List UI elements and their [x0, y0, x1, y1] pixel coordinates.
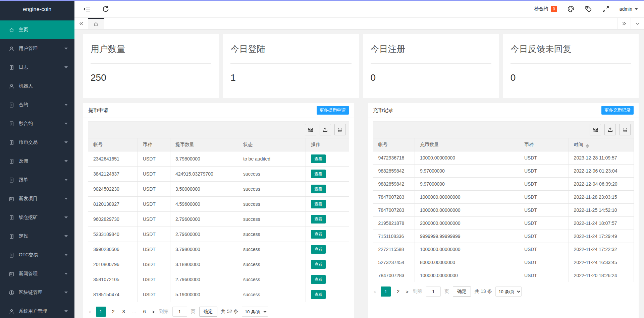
fullscreen-icon[interactable]	[602, 5, 609, 13]
sidebar-menu: 主页用户管理日志机器人合约秒合约币币交易反佣跟单新发项目锁仓挖矿定投OTC交易新…	[0, 18, 74, 318]
refresh-icon[interactable]	[102, 5, 109, 13]
cell-amount: 3.79800000	[170, 151, 238, 167]
cell-time: 2022-11-20 18:26:24	[569, 269, 634, 282]
columns-filter-button[interactable]	[305, 124, 316, 135]
per-page-select[interactable]: 10 条/页	[495, 287, 522, 297]
column-header-coin: 币种	[138, 138, 170, 151]
sidebar-item-system-users[interactable]: 系统用户管理	[0, 302, 74, 318]
news-icon	[9, 196, 14, 202]
tabs-scroll-right-button[interactable]	[617, 18, 631, 29]
sidebar-item-blockchain[interactable]: 区块链管理	[0, 283, 74, 302]
confirm-page-button[interactable]: 确定	[453, 287, 471, 297]
sidebar-item-new-projects[interactable]: 新发项目	[0, 189, 74, 208]
more-withdraw-button[interactable]: 更多提币申请	[317, 106, 349, 115]
stat-card-title: 今日登陆	[230, 34, 351, 64]
next-page-button[interactable]: >	[405, 289, 409, 295]
sidebar-item-home[interactable]: 主页	[0, 20, 74, 39]
page-number[interactable]: 6	[142, 309, 148, 314]
print-button[interactable]	[334, 124, 346, 135]
cell-time: 2022-11-24 18:07:57	[569, 217, 634, 230]
view-button[interactable]: 查看	[311, 215, 326, 224]
cell-status: success	[238, 227, 306, 242]
sidebar-item-users[interactable]: 用户管理	[0, 39, 74, 58]
sort-icon[interactable]	[586, 144, 589, 148]
confirm-page-button[interactable]: 确定	[199, 307, 217, 317]
seconds-contract-notice[interactable]: 秒合约 0	[534, 6, 557, 12]
view-button[interactable]: 查看	[311, 275, 326, 284]
view-button[interactable]: 查看	[311, 170, 326, 178]
caret-down-icon	[64, 310, 68, 312]
per-page-select[interactable]: 10 条/页	[242, 307, 268, 317]
page-number[interactable]: 1	[381, 287, 391, 297]
page-number[interactable]: 1	[96, 307, 106, 317]
more-deposit-button[interactable]: 更多充币记录	[601, 106, 634, 115]
sidebar-item-seconds-contract[interactable]: 秒合约	[0, 114, 74, 133]
tab-home[interactable]	[88, 18, 104, 29]
page-number[interactable]: 2	[110, 309, 116, 314]
next-page-button[interactable]: >	[151, 309, 156, 315]
sidebar-item-auto-invest[interactable]: 定投	[0, 227, 74, 246]
home-icon	[93, 21, 99, 27]
page-number[interactable]: 2	[395, 289, 401, 294]
cell-account: 7847007283	[373, 269, 415, 282]
sidebar-item-rebate[interactable]: 反佣	[0, 152, 74, 171]
cell-status: success	[238, 287, 306, 302]
sidebar-item-lock-mining[interactable]: 锁仓挖矿	[0, 208, 74, 227]
sidebar-item-copy-trade[interactable]: 跟单	[0, 171, 74, 189]
cell-status: success	[238, 272, 306, 287]
cell-action: 查看	[306, 227, 349, 242]
prev-page-button[interactable]: <	[88, 309, 92, 315]
cell-status: success	[238, 212, 306, 227]
table-row: 22721155881000000.00000000USDT2022-11-24…	[373, 243, 634, 256]
menu-collapse-icon[interactable]	[83, 5, 91, 13]
doc-icon	[9, 234, 14, 239]
tabs-scroll-left-button[interactable]	[74, 18, 88, 29]
cell-coin: USDT	[519, 204, 569, 217]
sidebar-item-otc-trade[interactable]: OTC交易	[0, 246, 74, 264]
cell-action: 查看	[306, 212, 349, 227]
doc-icon	[9, 215, 14, 220]
view-button[interactable]: 查看	[311, 154, 326, 163]
columns-filter-button[interactable]	[590, 124, 601, 135]
prev-page-button[interactable]: <	[373, 289, 377, 295]
sidebar-item-spot-trade[interactable]: 币币交易	[0, 133, 74, 152]
table-row: 98828598429.97000000USDT2022-12-06 01:23…	[373, 165, 634, 178]
cell-amount: 1000000.00000000	[415, 204, 519, 217]
page-jump-input[interactable]	[172, 307, 187, 317]
view-button[interactable]: 查看	[311, 230, 326, 239]
cell-account: 3990230506	[88, 242, 138, 257]
tabs-menu-button[interactable]	[631, 18, 644, 29]
user-menu[interactable]: admin	[620, 6, 638, 12]
sidebar-item-contract[interactable]: 合约	[0, 96, 74, 114]
export-button[interactable]	[604, 124, 616, 135]
export-button[interactable]	[320, 124, 331, 135]
cell-coin: USDT	[138, 287, 170, 302]
page-jump-input[interactable]	[426, 287, 441, 297]
view-button[interactable]: 查看	[311, 245, 326, 254]
notice-label: 秒合约	[534, 6, 548, 12]
sidebar-item-logs[interactable]: 日志	[0, 58, 74, 77]
cell-time: 2022-11-24 17:29:49	[569, 230, 634, 243]
sidebar-item-label: 秒合约	[19, 121, 64, 127]
cell-action: 查看	[306, 151, 349, 167]
doc-icon	[9, 177, 14, 183]
column-label: 帐号	[378, 142, 388, 147]
cell-account: 9472936716	[373, 151, 415, 165]
cell-amount: 2.79600000	[170, 272, 238, 287]
palette-icon[interactable]	[567, 5, 575, 13]
view-button[interactable]: 查看	[311, 200, 326, 208]
deposit-pagination: < 12 > 到第 页 确定 共 13 条 10 条/页	[373, 287, 634, 297]
view-button[interactable]: 查看	[311, 260, 326, 269]
caret-down-icon	[64, 66, 68, 68]
print-button[interactable]	[619, 124, 631, 135]
doc-icon	[9, 65, 14, 70]
view-button[interactable]: 查看	[311, 290, 326, 299]
cell-coin: USDT	[138, 167, 170, 182]
page-number[interactable]: 3	[121, 309, 127, 314]
cell-coin: USDT	[138, 227, 170, 242]
export-icon	[607, 127, 613, 133]
sidebar-item-robot[interactable]: 机器人	[0, 77, 74, 96]
tag-icon[interactable]	[585, 5, 592, 13]
sidebar-item-news[interactable]: 新闻管理	[0, 264, 74, 283]
view-button[interactable]: 查看	[311, 185, 326, 193]
